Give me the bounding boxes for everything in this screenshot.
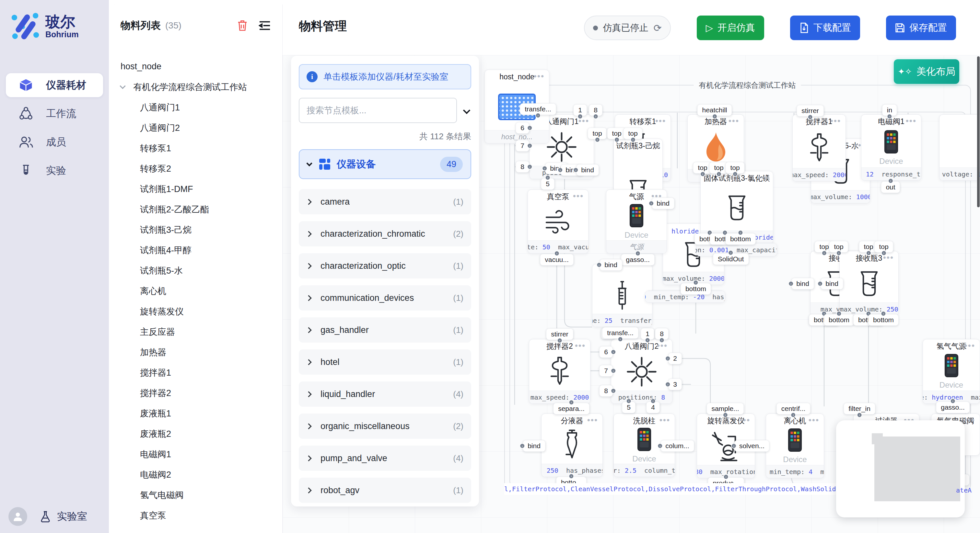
vertical-scrollbar[interactable] (977, 56, 980, 207)
trash-icon[interactable] (237, 19, 248, 32)
port-chip-top[interactable]: top› (725, 162, 745, 174)
sidebar-item-instruments[interactable]: 仪器耗材 (6, 73, 103, 97)
port-handle-icon[interactable]: › (545, 175, 550, 180)
tree-item[interactable]: host_node (109, 56, 283, 77)
port-chip-bind[interactable]: bind› (652, 198, 675, 209)
tree-item[interactable]: 转移泵1 (109, 138, 283, 159)
download-config-button[interactable]: 下载配置 (790, 16, 860, 40)
port-handle-icon[interactable]: › (596, 262, 602, 268)
port-handle-icon[interactable]: › (728, 250, 733, 255)
port-handle-icon[interactable]: › (645, 338, 651, 343)
port-chip-in[interactable]: in› (882, 104, 897, 116)
port-chip-top[interactable]: top› (874, 241, 893, 252)
port-chip-bind[interactable]: bind› (600, 259, 622, 271)
port-handle-icon[interactable]: › (788, 281, 794, 287)
subcategory-characterization_optic[interactable]: characterization_optic (1) (299, 253, 471, 279)
subcategory-organic_miscellaneous[interactable]: organic_miscellaneous (2) (299, 414, 471, 439)
port-handle-icon[interactable]: › (817, 281, 823, 287)
tree-item[interactable]: 八通阀门2 (109, 117, 283, 138)
port-handle-icon[interactable]: › (888, 178, 893, 184)
port-handle-icon[interactable]: › (569, 473, 574, 479)
port-handle-icon[interactable]: › (665, 356, 670, 362)
port-handle-icon[interactable]: › (659, 338, 665, 343)
port-handle-icon[interactable]: › (693, 280, 698, 285)
port-handle-icon[interactable]: › (865, 250, 871, 256)
save-config-button[interactable]: 保存配置 (886, 16, 956, 40)
node-menu-icon[interactable]: ••• (906, 116, 916, 126)
port-handle-icon[interactable]: › (635, 251, 640, 256)
node-menu-icon[interactable]: ••• (830, 116, 841, 126)
subcategory-communication_devices[interactable]: communication_devices (1) (299, 285, 471, 311)
avatar[interactable] (8, 507, 27, 526)
port-handle-icon[interactable]: › (716, 171, 721, 177)
port-chip-colum[interactable]: colum...› (660, 440, 694, 452)
minimap[interactable] (836, 420, 965, 517)
port-handle-icon[interactable]: › (611, 388, 616, 394)
canvas-node-氢气气源[interactable]: 氢气气源•••Device_type: hydrogen max_pre (923, 339, 980, 404)
tree-item[interactable]: 试剂瓶4-甲醇 (109, 240, 283, 260)
port-chip-vacuu[interactable]: vacuu...› (540, 254, 574, 265)
port-chip-5[interactable]: 5› (541, 178, 555, 190)
refresh-icon[interactable]: ⟳ (654, 22, 662, 34)
port-chip-bottom[interactable]: bottom› (681, 283, 711, 295)
tree-item[interactable]: 试剂瓶2-乙酸乙酯 (109, 199, 283, 219)
port-handle-icon[interactable]: › (611, 349, 616, 355)
port-chip-5[interactable]: 5› (622, 401, 635, 413)
subcategory-hotel[interactable]: hotel (1) (299, 349, 471, 374)
node-menu-icon[interactable]: ••• (964, 341, 975, 351)
port-handle-icon[interactable]: › (573, 167, 579, 173)
port-handle-icon[interactable]: › (520, 443, 525, 449)
node-menu-icon[interactable]: ••• (573, 191, 584, 201)
port-chip-gasso[interactable]: gasso...› (621, 254, 655, 265)
port-handle-icon[interactable]: › (578, 114, 583, 119)
port-chip-heatchill[interactable]: heatchill› (697, 104, 732, 116)
port-handle-icon[interactable]: › (856, 412, 862, 418)
beautify-layout-button[interactable]: ✦✧ 美化布局 (894, 59, 959, 84)
port-handle-icon[interactable]: › (950, 398, 955, 404)
port-handle-icon[interactable]: › (527, 125, 533, 131)
canvas-node-card[interactable]: max_volume: 25 transfer_rate: 10 (592, 264, 652, 327)
port-chip-bind[interactable]: bind› (791, 278, 814, 289)
tree-item[interactable]: 搅拌器1 (109, 362, 283, 383)
tree-item[interactable]: 真空泵 (109, 505, 283, 525)
port-handle-icon[interactable]: › (657, 443, 663, 449)
port-chip-bottom[interactable]: bottom› (868, 314, 899, 326)
subcategory-gas_handler[interactable]: gas_handler (1) (299, 317, 471, 343)
collapse-list-icon[interactable] (259, 20, 271, 31)
subcategory-camera[interactable]: camera (1) (299, 189, 471, 214)
canvas-node-分液器[interactable]: 分液器•••volume: 250 has_phases: true (541, 414, 603, 477)
port-handle-icon[interactable]: › (535, 113, 541, 118)
port-chip-7[interactable]: 7› (515, 140, 529, 152)
tree-item[interactable]: 加热器 (109, 342, 283, 362)
tree-item[interactable]: 废液瓶1 (109, 403, 283, 424)
port-handle-icon[interactable]: › (791, 412, 796, 418)
start-simulation-button[interactable]: ▷ 开启仿真 (697, 16, 764, 40)
category-instrument-devices[interactable]: 仪器设备 49 (299, 149, 471, 179)
port-handle-icon[interactable]: › (836, 311, 842, 316)
port-chip-filter_in[interactable]: filter_in› (843, 403, 875, 414)
node-menu-icon[interactable]: ••• (808, 415, 819, 425)
port-handle-icon[interactable]: › (554, 251, 559, 256)
port-handle-icon[interactable]: › (821, 250, 827, 256)
port-handle-icon[interactable]: › (630, 137, 635, 143)
tree-item[interactable]: 主反应器 (109, 322, 283, 342)
tree-item[interactable]: 离心机 (109, 281, 283, 301)
node-menu-icon[interactable]: ••• (587, 415, 598, 425)
tree-item[interactable]: 氢气电磁阀 (109, 485, 283, 505)
port-chip-bottom[interactable]: bottom› (824, 314, 854, 326)
subcategory-liquid_handler[interactable]: liquid_handler (4) (299, 381, 471, 407)
tree-item[interactable]: 旋转蒸发仪 (109, 301, 283, 322)
search-template-input[interactable] (299, 98, 457, 123)
port-handle-icon[interactable]: › (807, 114, 813, 120)
port-chip-separa[interactable]: separa...› (553, 403, 590, 414)
canvas-node-八通阀门2[interactable]: 八通阀门2•••positions: 8 (611, 339, 673, 404)
port-chip-bind[interactable]: bind› (523, 440, 546, 452)
port-chip-8[interactable]: 8› (515, 161, 529, 173)
port-handle-icon[interactable]: › (569, 400, 574, 405)
canvas-node-搅拌器1[interactable]: 搅拌器1•••max_speed: 2000 (792, 114, 846, 181)
port-chip-8[interactable]: 8› (599, 385, 613, 397)
subcategory-robot_agv[interactable]: robot_agv (1) (299, 477, 471, 503)
port-chip-top[interactable]: top› (623, 128, 642, 139)
tree-item[interactable]: 试剂瓶1-DMF (109, 179, 283, 199)
port-chip-sample[interactable]: sample...› (706, 403, 744, 414)
